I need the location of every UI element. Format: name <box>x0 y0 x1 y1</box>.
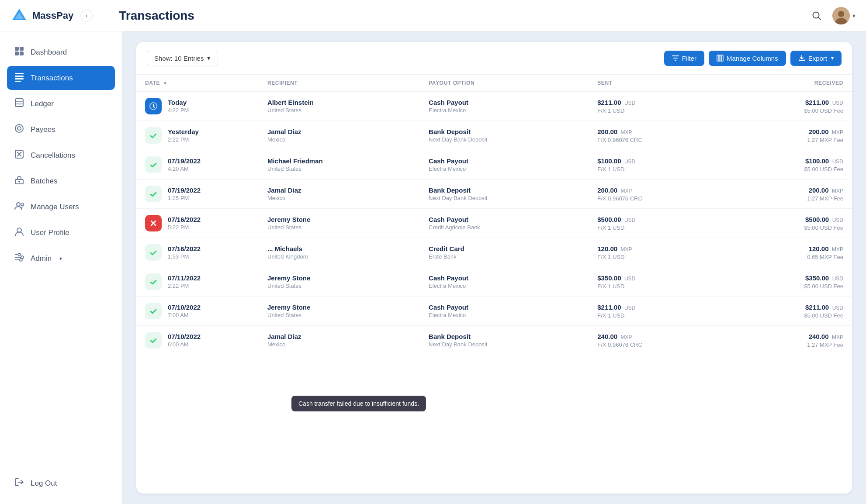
table-row[interactable]: 07/16/2022 1:53 PM ... Michaels United K… <box>136 238 852 267</box>
sidebar-item-cancellations[interactable]: Cancellations <box>7 143 115 167</box>
recipient-name: Albert Einstein <box>267 99 411 106</box>
header: MassPay ‹ Transactions ▾ <box>0 0 866 31</box>
recipient-country: United States <box>267 283 411 289</box>
time-value: 6:00 AM <box>168 341 201 348</box>
table-row[interactable]: 07/16/2022 5:22 PM Jeremy Stone United S… <box>136 209 852 238</box>
sent-amount: $350.00 USD <box>597 274 718 282</box>
cell-recipient: Albert Einstein United States <box>259 92 420 121</box>
cell-received: 200.00 MXP 1.27 MXP Fee <box>727 121 852 150</box>
date-info: 07/19/2022 1:25 PM <box>168 186 201 201</box>
manage-columns-button[interactable]: Manage Columns <box>709 51 786 66</box>
cell-payout-option: Cash Payout Electra Mexico <box>420 297 589 326</box>
cell-received: $350.00 USD $5.00 USD Fee <box>727 267 852 297</box>
date-value: 07/11/2022 <box>168 274 201 282</box>
sidebar-item-payees[interactable]: Payees <box>7 117 115 142</box>
sidebar-item-logout[interactable]: Log Out <box>7 471 115 495</box>
table-row[interactable]: 07/19/2022 1:25 PM Jamal Diaz Mexico Ban… <box>136 180 852 209</box>
sort-icon: ▼ <box>163 81 168 86</box>
cell-received: $100.00 USD $5.00 USD Fee <box>727 150 852 180</box>
received-fee: $5.00 USD Fee <box>735 224 843 231</box>
sidebar-item-label: Dashboard <box>31 48 67 57</box>
export-button[interactable]: Export ▾ <box>790 51 842 66</box>
status-pending-icon <box>145 98 162 114</box>
received-fee: $5.00 USD Fee <box>735 283 843 290</box>
svg-rect-9 <box>15 52 19 55</box>
table-row[interactable]: 07/19/2022 4:20 AM Michael Friedman Unit… <box>136 150 852 180</box>
payout-detail: Erste Bank <box>429 253 580 260</box>
recipient-name: Jeremy Stone <box>267 274 411 282</box>
payout-detail: Electra Mexico <box>429 107 580 114</box>
table-row[interactable]: Yesterday 2:22 PM Jamal Diaz Mexico Bank… <box>136 121 852 150</box>
svg-rect-14 <box>15 81 21 82</box>
search-button[interactable] <box>808 7 825 24</box>
sidebar-item-label: Log Out <box>31 479 57 488</box>
page-title-area: Transactions <box>93 9 808 23</box>
header-actions: ▾ <box>808 7 856 24</box>
table-toolbar: Show: 10 Entries ▾ Filter <box>136 42 852 75</box>
sent-amount: 120.00 MXP <box>597 245 718 253</box>
show-entries-button[interactable]: Show: 10 Entries ▾ <box>147 50 218 66</box>
sidebar-nav: Dashboard Transactions <box>0 40 122 464</box>
date-value: Today <box>168 99 189 106</box>
main-layout: Dashboard Transactions <box>0 31 866 504</box>
date-info: Today 4:22 PM <box>168 99 189 114</box>
received-amount: $211.00 USD <box>735 99 843 107</box>
user-profile-icon <box>14 227 24 238</box>
sidebar-item-batches[interactable]: Batches <box>7 169 115 193</box>
received-amount: 200.00 MXP <box>735 128 843 136</box>
sent-fx: F/X 0.96076 CRC <box>597 195 718 202</box>
date-info: 07/10/2022 6:00 AM <box>168 333 201 348</box>
filter-button[interactable]: Filter <box>664 51 704 66</box>
recipient-name: Jeremy Stone <box>267 304 411 311</box>
recipient-name: ... Michaels <box>267 245 411 252</box>
status-success-icon <box>145 186 162 202</box>
transactions-table-card: Show: 10 Entries ▾ Filter <box>136 42 852 494</box>
payout-detail: Electra Mexico <box>429 166 580 172</box>
cell-received: 120.00 MXP 0.65 MXP Fee <box>727 238 852 267</box>
sent-fx: F/X 1 USD <box>597 254 718 260</box>
sidebar-toggle-button[interactable]: ‹ <box>80 10 93 22</box>
svg-rect-8 <box>20 47 24 51</box>
payout-detail: Credit Agricole Bank <box>429 224 580 231</box>
payout-detail: Electra Mexico <box>429 283 580 289</box>
entries-chevron-icon: ▾ <box>207 54 211 62</box>
cell-recipient: Jamal Diaz Mexico <box>259 180 420 209</box>
sidebar-item-transactions[interactable]: Transactions <box>7 66 115 90</box>
sidebar-item-manage-users[interactable]: Manage Users <box>7 195 115 219</box>
cell-recipient: Jeremy Stone United States <box>259 267 420 297</box>
sidebar-item-label: Payees <box>31 125 55 134</box>
manage-users-icon <box>14 201 24 213</box>
date-info: Yesterday 2:22 PM <box>168 128 199 143</box>
date-value: 07/16/2022 <box>168 216 201 223</box>
cell-received: 240.00 MXP 1.27 MXP Fee <box>727 326 852 355</box>
recipient-country: United States <box>267 224 411 231</box>
table-row[interactable]: Today 4:22 PM Albert Einstein United Sta… <box>136 92 852 121</box>
table-row[interactable]: 07/10/2022 7:00 AM Jeremy Stone United S… <box>136 297 852 326</box>
sidebar-item-label: Ledger <box>31 100 54 108</box>
received-amount: 240.00 MXP <box>735 333 843 341</box>
recipient-name: Michael Friedman <box>267 157 411 165</box>
received-fee: 1.27 MXP Fee <box>735 195 843 202</box>
time-value: 2:22 PM <box>168 136 199 143</box>
dashboard-icon <box>14 46 24 58</box>
payout-method: Bank Deposit <box>429 128 580 135</box>
table-row[interactable]: 07/10/2022 6:00 AM Jamal Diaz Mexico Ban… <box>136 326 852 355</box>
sidebar-bottom: Log Out <box>0 464 122 495</box>
col-received: RECEIVED <box>727 75 852 92</box>
time-value: 2:22 PM <box>168 283 201 289</box>
sent-amount: $100.00 USD <box>597 157 718 165</box>
user-avatar-area[interactable]: ▾ <box>832 7 856 24</box>
logo-text: MassPay <box>32 10 73 21</box>
sidebar-item-user-profile[interactable]: User Profile <box>7 221 115 245</box>
sidebar-item-ledger[interactable]: Ledger <box>7 92 115 116</box>
date-value: 07/19/2022 <box>168 186 201 194</box>
svg-rect-10 <box>20 52 24 55</box>
sidebar-item-dashboard[interactable]: Dashboard <box>7 40 115 64</box>
received-amount: 200.00 MXP <box>735 186 843 194</box>
sent-amount: 240.00 MXP <box>597 333 718 341</box>
table-row[interactable]: 07/11/2022 2:22 PM Jeremy Stone United S… <box>136 267 852 297</box>
sent-fx: F/X 1 USD <box>597 224 718 231</box>
received-amount: $350.00 USD <box>735 274 843 282</box>
page-title: Transactions <box>119 9 194 23</box>
sidebar-item-admin[interactable]: Admin ▾ <box>7 246 115 270</box>
